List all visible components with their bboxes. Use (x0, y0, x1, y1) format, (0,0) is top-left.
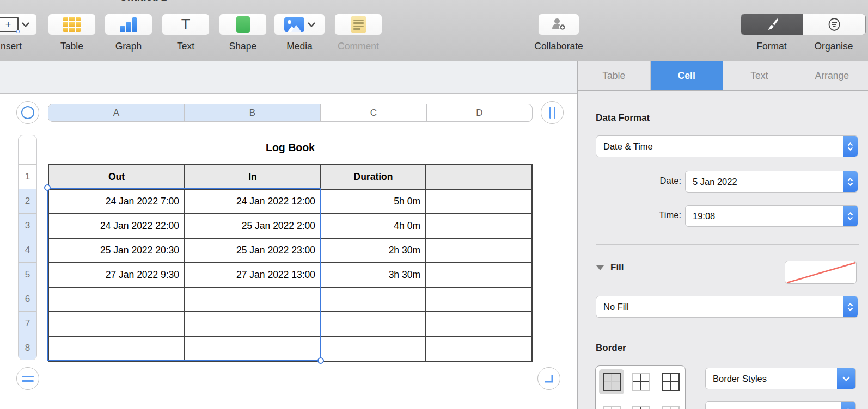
table-header-cell[interactable]: Duration (321, 165, 426, 189)
disclosure-triangle-icon[interactable] (596, 265, 604, 270)
data-format-value: Date & Time (596, 141, 843, 152)
table-cell[interactable] (185, 288, 321, 311)
row-header-8[interactable]: 8 (19, 336, 36, 360)
border-heading: Border (596, 343, 626, 354)
row-header-1[interactable]: 1 (19, 165, 36, 189)
table-cell[interactable] (185, 337, 321, 361)
table-cell[interactable]: 25 Jan 2022 20:30 (49, 239, 185, 262)
table-cell[interactable] (321, 312, 426, 336)
selection-handle-bottom-right[interactable] (317, 357, 324, 364)
stepper-icon[interactable] (843, 206, 858, 226)
border-width-dropdown[interactable] (705, 401, 856, 409)
border-grid-icon (632, 406, 650, 409)
stepper-icon[interactable] (843, 171, 858, 192)
table-cell[interactable]: 25 Jan 2022 2:00 (185, 214, 321, 238)
table-cell[interactable] (426, 288, 531, 311)
data-format-heading: Data Format (596, 113, 650, 123)
border-option-row[interactable] (599, 402, 624, 409)
table-cell[interactable] (426, 190, 531, 213)
border-styles-dropdown[interactable]: Border Styles (705, 368, 856, 389)
time-format-dropdown[interactable]: 19:08 (685, 205, 858, 227)
row-header-6[interactable]: 6 (19, 287, 36, 312)
select-all-ring-icon (21, 106, 34, 119)
table-cell[interactable]: 24 Jan 2022 12:00 (185, 190, 321, 213)
add-column-handle[interactable] (541, 101, 564, 124)
table-cell[interactable]: 5h 0m (321, 190, 426, 213)
border-option-row3[interactable] (658, 402, 683, 409)
table-button[interactable] (48, 14, 96, 35)
insert-button[interactable]: + (0, 14, 37, 35)
table-title[interactable]: Log Book (48, 141, 533, 154)
collaborate-label: Collaborate (530, 41, 587, 52)
collaborate-button[interactable] (538, 14, 579, 35)
row-header-3[interactable]: 3 (19, 214, 36, 238)
add-row-icon (22, 376, 34, 382)
tab-table[interactable]: Table (578, 61, 651, 90)
row-header-2[interactable]: 2 (19, 189, 36, 214)
stepper-icon[interactable] (841, 402, 855, 409)
border-option-row2[interactable] (628, 402, 653, 409)
comment-button[interactable] (334, 14, 382, 35)
column-header-b[interactable]: B (185, 104, 321, 121)
shape-button[interactable] (219, 14, 267, 35)
border-grid-icon (603, 406, 621, 409)
add-row-handle[interactable] (16, 367, 39, 390)
format-button[interactable] (741, 14, 803, 35)
table-cell[interactable] (426, 214, 531, 238)
table-resize-handle[interactable] (537, 367, 560, 390)
table-cell[interactable] (321, 337, 426, 361)
text-button[interactable]: T (162, 14, 210, 35)
fill-color-well[interactable] (785, 261, 857, 284)
table-cell[interactable] (49, 288, 185, 311)
table-cell[interactable] (426, 263, 531, 287)
row-header-5[interactable]: 5 (19, 263, 36, 287)
table-header-cell[interactable]: Out (49, 165, 185, 189)
stepper-icon[interactable] (843, 136, 858, 157)
table-cell[interactable] (49, 337, 185, 361)
table-cell[interactable] (185, 312, 321, 336)
fill-section-header[interactable]: Fill (596, 262, 624, 273)
table-cell[interactable]: 2h 30m (321, 239, 426, 262)
table-header-cell[interactable] (426, 165, 531, 189)
comment-icon (351, 16, 366, 33)
stepper-icon[interactable] (843, 296, 858, 317)
log-book-table: Out In Duration 24 Jan 2022 7:0024 Jan 2… (48, 164, 533, 362)
table-select-all-handle[interactable] (16, 101, 39, 124)
row-header-title[interactable] (19, 135, 36, 165)
date-format-dropdown[interactable]: 5 Jan 2022 (685, 171, 858, 193)
border-option-inner[interactable] (628, 369, 653, 394)
tab-arrange[interactable]: Arrange (796, 61, 868, 90)
data-format-dropdown[interactable]: Date & Time (596, 135, 858, 157)
table-cell[interactable] (426, 312, 531, 336)
table-cell[interactable] (426, 337, 531, 361)
table-cell[interactable]: 25 Jan 2022 23:00 (185, 239, 321, 262)
column-header-c[interactable]: C (321, 104, 427, 121)
table-cell[interactable]: 24 Jan 2022 22:00 (49, 214, 185, 238)
table-cell[interactable] (321, 288, 426, 311)
tab-text[interactable]: Text (723, 61, 796, 90)
table-cell[interactable] (49, 312, 185, 336)
table-cell[interactable]: 24 Jan 2022 7:00 (49, 190, 185, 213)
row-header-7[interactable]: 7 (19, 312, 36, 336)
selection-handle-top-left[interactable] (44, 184, 51, 191)
toolbar: Untitled 2 Edited + Insert Table Graph T… (0, 0, 868, 62)
table-cell[interactable]: 27 Jan 2022 9:30 (49, 263, 185, 287)
media-button[interactable] (274, 14, 325, 35)
fill-type-dropdown[interactable]: No Fill (596, 296, 858, 318)
table-row (49, 312, 531, 337)
column-header-d[interactable]: D (427, 104, 532, 121)
graph-button[interactable] (105, 14, 152, 35)
table-cell[interactable]: 3h 30m (321, 263, 426, 287)
row-header-4[interactable]: 4 (19, 238, 36, 263)
border-option-all[interactable] (658, 369, 683, 394)
chevron-down-icon[interactable] (837, 368, 855, 389)
tab-cell[interactable]: Cell (651, 61, 724, 90)
table-header-cell[interactable]: In (185, 165, 321, 189)
table-cell[interactable]: 4h 0m (321, 214, 426, 238)
border-option-all-outer[interactable] (599, 369, 624, 394)
table-cell[interactable] (426, 239, 531, 262)
organise-button[interactable] (803, 14, 865, 35)
table-cell[interactable]: 27 Jan 2022 13:00 (185, 263, 321, 287)
window-title: Untitled 2 (120, 0, 167, 3)
column-header-a[interactable]: A (48, 104, 185, 121)
